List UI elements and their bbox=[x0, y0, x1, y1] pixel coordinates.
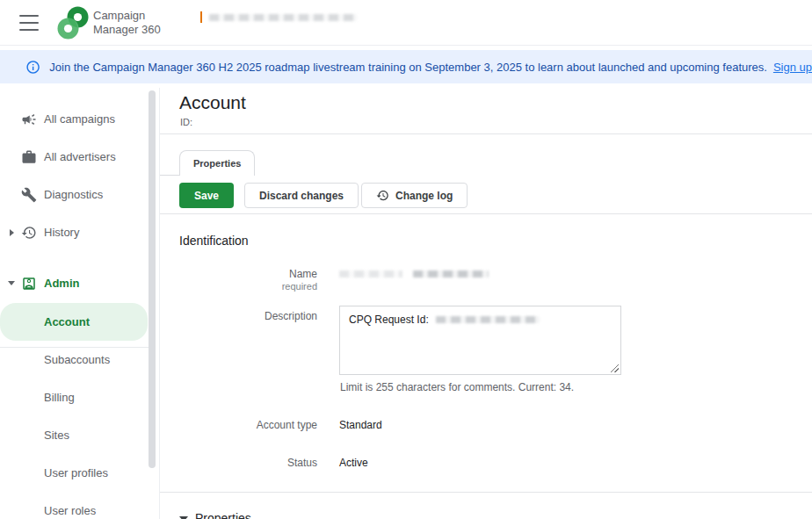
redacted-text bbox=[413, 270, 489, 278]
status-value: Active bbox=[339, 457, 368, 469]
status-label: Status bbox=[160, 457, 317, 469]
chevron-down-icon bbox=[8, 281, 15, 285]
sidebar-item-label: All advertisers bbox=[44, 150, 116, 163]
redacted-text bbox=[339, 270, 402, 278]
divider bbox=[160, 492, 812, 493]
menu-hamburger-icon[interactable] bbox=[19, 15, 39, 31]
name-field-label: Name bbox=[160, 268, 317, 280]
sidebar-item-label: All campaigns bbox=[44, 112, 115, 126]
save-button-label: Save bbox=[194, 190, 219, 202]
account-type-label: Account type bbox=[160, 419, 317, 431]
divider bbox=[160, 213, 812, 214]
sidebar-item-label: Sites bbox=[44, 429, 69, 442]
sidebar-item-history[interactable]: History bbox=[0, 213, 149, 251]
textarea-resize-handle-icon[interactable] bbox=[611, 364, 619, 372]
discard-button-label: Discard changes bbox=[259, 190, 344, 202]
divider bbox=[160, 133, 812, 134]
campaign-manager-logo-icon bbox=[55, 5, 91, 44]
sidebar-item-billing[interactable]: Billing bbox=[0, 378, 148, 416]
tab-properties[interactable]: Properties bbox=[179, 150, 255, 176]
notification-banner: Join the Campaign Manager 360 H2 2025 ro… bbox=[0, 50, 812, 83]
account-box-icon bbox=[21, 276, 37, 292]
name-field-value-redacted[interactable] bbox=[339, 270, 489, 278]
properties-section-header[interactable]: Properties bbox=[179, 511, 251, 519]
identification-heading: Identification bbox=[179, 234, 249, 248]
sidebar-item-label: Diagnostics bbox=[44, 188, 103, 201]
briefcase-icon bbox=[21, 149, 37, 165]
description-visible-text: CPQ Request Id: bbox=[349, 314, 429, 326]
account-type-value: Standard bbox=[339, 419, 382, 431]
main-content: Account ID: Properties Save Discard chan… bbox=[159, 88, 812, 519]
description-helper-text: Limit is 255 characters for comments. Cu… bbox=[340, 381, 574, 393]
sidebar-item-all-advertisers[interactable]: All advertisers bbox=[0, 138, 149, 176]
change-log-button-label: Change log bbox=[395, 190, 453, 202]
redacted-text bbox=[436, 316, 540, 323]
sidebar-item-diagnostics[interactable]: Diagnostics bbox=[0, 176, 149, 213]
wrench-icon bbox=[21, 187, 37, 203]
sidebar-item-user-profiles[interactable]: User profiles bbox=[0, 454, 148, 492]
sidebar-item-subaccounts[interactable]: Subaccounts bbox=[0, 341, 148, 378]
sidebar-item-label: Admin bbox=[44, 277, 79, 290]
sidebar-item-admin[interactable]: Admin bbox=[0, 264, 149, 302]
name-required-label: required bbox=[160, 281, 317, 292]
megaphone-icon bbox=[21, 112, 37, 127]
sidebar-item-user-roles[interactable]: User roles bbox=[0, 492, 148, 519]
sidebar-item-sites[interactable]: Sites bbox=[0, 416, 148, 454]
sidebar-item-all-campaigns[interactable]: All campaigns bbox=[0, 100, 149, 138]
history-icon bbox=[21, 225, 37, 241]
discard-changes-button[interactable]: Discard changes bbox=[244, 183, 359, 208]
sidebar-item-account[interactable]: Account bbox=[0, 303, 148, 341]
banner-signup-link[interactable]: Sign up bbox=[773, 61, 812, 74]
tab-label: Properties bbox=[193, 158, 241, 169]
banner-message: Join the Campaign Manager 360 H2 2025 ro… bbox=[49, 61, 767, 74]
page-title: Account bbox=[179, 92, 246, 113]
sidebar-item-label: Subaccounts bbox=[44, 353, 110, 366]
sidebar-scrollbar[interactable] bbox=[149, 90, 156, 468]
sidebar-nav: All campaigns All advertisers Diagnostic… bbox=[0, 88, 158, 519]
sidebar-item-label: Billing bbox=[44, 391, 75, 404]
sidebar-item-label: User roles bbox=[44, 504, 96, 517]
sidebar-item-label: History bbox=[44, 226, 79, 239]
chevron-right-icon bbox=[10, 229, 14, 236]
redacted-account-cursor bbox=[200, 11, 202, 23]
save-button[interactable]: Save bbox=[179, 183, 234, 208]
tab-bar-border bbox=[160, 175, 180, 176]
sidebar-item-label: Account bbox=[44, 315, 90, 328]
sidebar-item-label: User profiles bbox=[44, 466, 108, 479]
app-title-line1: Campaign bbox=[93, 9, 161, 23]
change-log-history-icon bbox=[376, 189, 389, 202]
description-textarea[interactable]: CPQ Request Id: bbox=[339, 306, 621, 375]
app-title: Campaign Manager 360 bbox=[93, 9, 161, 37]
info-icon bbox=[25, 59, 40, 76]
redacted-account-name bbox=[209, 14, 357, 21]
properties-section-label: Properties bbox=[195, 511, 251, 519]
app-title-line2: Manager 360 bbox=[93, 23, 161, 37]
app-header: Campaign Manager 360 bbox=[0, 0, 812, 46]
change-log-button[interactable]: Change log bbox=[361, 183, 468, 208]
description-field-label: Description bbox=[160, 310, 317, 322]
account-id-label: ID: bbox=[180, 117, 192, 127]
